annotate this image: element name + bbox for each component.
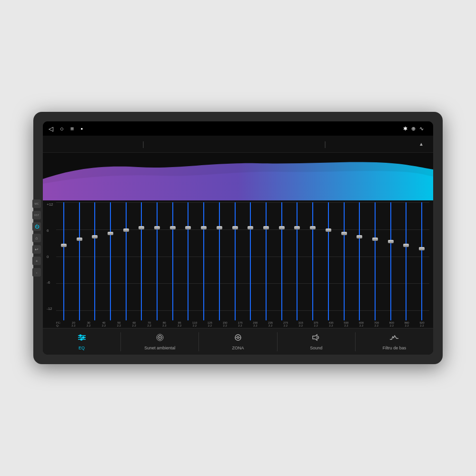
slider-handle-110[interactable] — [185, 226, 191, 229]
q-value-235: 2.2 — [263, 324, 278, 327]
vol-down-button[interactable]: - — [32, 268, 41, 277]
slider-handle-235[interactable] — [263, 226, 269, 229]
slider-col-150[interactable] — [212, 202, 227, 320]
slider-handle-860[interactable] — [403, 244, 409, 247]
freq-label-col-235: 2352.2 — [263, 321, 278, 327]
separator-2: | — [324, 140, 326, 148]
rst-button[interactable]: RST — [32, 211, 41, 219]
slider-track-40 — [94, 202, 95, 320]
freq-label-col-20: 202.2 — [66, 321, 81, 327]
scale-minus-6: -6 — [47, 280, 53, 285]
slider-col-95[interactable] — [165, 202, 180, 320]
slider-col-200[interactable] — [243, 202, 258, 320]
home-nav-icon[interactable]: ○ — [60, 125, 64, 132]
slider-handle-315[interactable] — [294, 226, 300, 229]
slider-col-435[interactable] — [321, 202, 336, 320]
slider-handle-175[interactable] — [232, 226, 238, 229]
slider-col-80[interactable] — [149, 202, 165, 320]
slider-col-920[interactable] — [414, 202, 429, 320]
slider-track-125 — [203, 202, 204, 320]
slider-track-70 — [141, 202, 142, 320]
slider-track-920 — [421, 202, 422, 320]
slider-col-235[interactable] — [258, 202, 274, 320]
back-button[interactable]: ↩ — [32, 245, 41, 254]
custom-mode[interactable]: ▲ — [416, 141, 424, 147]
slider-handle-40[interactable] — [92, 235, 98, 238]
zona-icon — [233, 333, 243, 344]
slider-handle-800[interactable] — [388, 240, 394, 243]
slider-col-125[interactable] — [196, 202, 211, 320]
slider-handle-920[interactable] — [419, 247, 425, 250]
slider-col-800[interactable] — [383, 202, 398, 320]
slider-handle-60[interactable] — [123, 228, 129, 232]
scale-0: 0 — [47, 255, 53, 259]
slider-track-150 — [219, 202, 220, 320]
slider-handle-500[interactable] — [341, 232, 347, 235]
tab-filtru[interactable]: Filtru de bas — [356, 328, 433, 355]
sound-icon — [311, 333, 321, 344]
tab-eq[interactable]: EQ — [43, 328, 120, 355]
mode-bar: | | ▲ — [43, 136, 433, 153]
slider-track-275 — [281, 202, 282, 320]
slider-handle-600[interactable] — [357, 235, 362, 238]
slider-col-40[interactable] — [87, 202, 102, 320]
home-button[interactable]: ⌂ — [32, 234, 41, 242]
freq-label-col-315: 3152.2 — [293, 321, 308, 327]
slider-col-500[interactable] — [337, 202, 352, 320]
q-value-40: 2.2 — [97, 324, 111, 327]
slider-handle-275[interactable] — [279, 226, 285, 229]
slider-handle-200[interactable] — [248, 226, 253, 229]
slider-col-60[interactable] — [119, 202, 134, 320]
slider-col-315[interactable] — [290, 202, 305, 320]
slider-col-600[interactable] — [352, 202, 367, 320]
freq-label-col-60: 602.2 — [127, 321, 141, 327]
slider-col-275[interactable] — [274, 202, 289, 320]
scale-6: 6 — [47, 228, 53, 233]
slider-handle-30[interactable] — [77, 238, 82, 241]
mic-button[interactable]: MIC — [32, 199, 41, 208]
freq-label-col-40: 402.2 — [97, 321, 111, 327]
separator-1: | — [142, 140, 144, 148]
q-value-920: 2.2 — [415, 324, 429, 327]
recent-nav-icon[interactable]: ▪ — [80, 125, 83, 132]
tab-zona[interactable]: ZONA — [199, 328, 277, 355]
q-value-80: 2.2 — [157, 324, 172, 327]
q-value-50: 2.2 — [111, 324, 126, 327]
slider-col-50[interactable] — [103, 202, 118, 320]
slider-handle-375[interactable] — [310, 226, 316, 229]
slider-handle-50[interactable] — [108, 232, 113, 235]
tab-sunet[interactable]: Sunet ambiental — [121, 328, 198, 355]
slider-track-200 — [250, 202, 251, 320]
tab-sound[interactable]: Sound — [278, 328, 355, 355]
slider-track-30 — [79, 202, 80, 320]
slider-handle-20[interactable] — [61, 244, 67, 247]
slider-handle-80[interactable] — [154, 226, 160, 229]
menu-nav-icon[interactable]: ≡ — [70, 125, 74, 132]
device-body: MIC RST ⏻ ⌂ ↩ + - ◁ ○ ≡ ▪ ✱ ⊕ ∿ | — [33, 112, 443, 364]
vol-up-button[interactable]: + — [32, 257, 41, 265]
slider-handle-150[interactable] — [217, 226, 222, 229]
slider-handle-700[interactable] — [372, 238, 378, 241]
slider-handle-435[interactable] — [326, 228, 331, 232]
freq-label-col-275: 2752.2 — [278, 321, 293, 327]
eq-icon — [77, 333, 87, 344]
slider-col-20[interactable] — [56, 202, 71, 320]
frequency-labels: FC:Q: 202.2302.2402.2502.2602.2702.2802.… — [56, 321, 429, 327]
slider-col-110[interactable] — [181, 202, 196, 320]
bottom-nav: EQ Sunet ambiental — [43, 328, 433, 355]
slider-col-375[interactable] — [305, 202, 320, 320]
slider-col-175[interactable] — [228, 202, 243, 320]
slider-handle-125[interactable] — [201, 226, 207, 229]
eq-sliders-container: +12 6 0 -6 -12 FC:Q: 202.2302.2402.2502.… — [43, 200, 433, 328]
power-button[interactable]: ⏻ — [32, 222, 41, 231]
slider-handle-95[interactable] — [170, 226, 176, 229]
slider-col-700[interactable] — [367, 202, 383, 320]
freq-label-col-80: 802.2 — [157, 321, 172, 327]
svg-point-4 — [82, 336, 84, 338]
back-nav-icon[interactable]: ◁ — [49, 125, 53, 132]
slider-col-30[interactable] — [72, 202, 87, 320]
slider-track-500 — [344, 202, 345, 320]
slider-col-70[interactable] — [134, 202, 149, 320]
slider-handle-70[interactable] — [139, 226, 144, 229]
slider-col-860[interactable] — [398, 202, 414, 320]
